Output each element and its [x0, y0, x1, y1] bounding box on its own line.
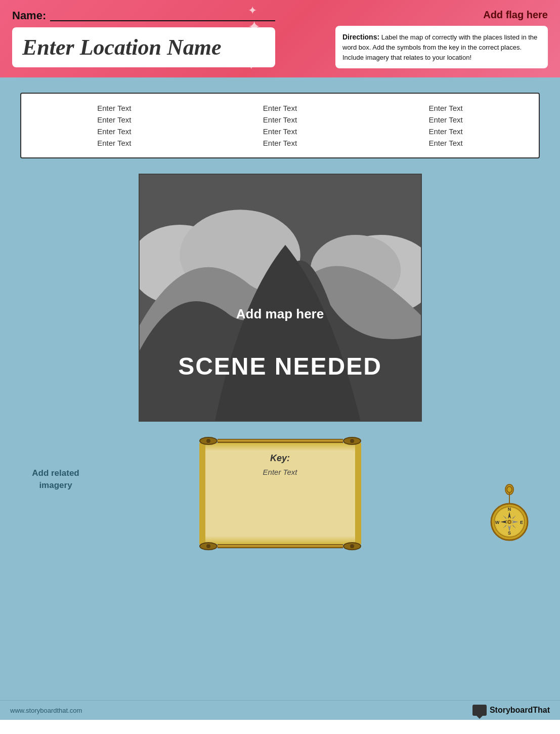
storyboardthat-logo: StoryboardThat [472, 705, 550, 716]
star-4: ✦ [248, 49, 261, 60]
word-item-1-2[interactable]: Enter Text [202, 127, 358, 136]
star-1: ✦ [248, 5, 261, 16]
add-map-label: Add map here [140, 306, 421, 322]
svg-text:E: E [520, 520, 523, 525]
footer-url: www.storyboardthat.com [10, 707, 82, 714]
name-row: Name: [12, 9, 275, 22]
compass-icon: N S E W [484, 482, 535, 543]
name-label: Name: [12, 9, 46, 22]
word-item-2-3[interactable]: Enter Text [368, 139, 524, 147]
sbt-icon [472, 705, 487, 716]
rod-line-bottom [218, 544, 343, 548]
add-imagery-label: Add related imagery [20, 467, 91, 492]
header-left: Name: Enter Location Name [12, 9, 275, 67]
map-container[interactable]: Add map here SCENE NEEDED [139, 174, 422, 422]
name-underline [50, 10, 275, 21]
flag-label: Add flag here [483, 9, 548, 20]
main-content: Enter Text Enter Text Enter Text Enter T… [0, 77, 560, 700]
footer: www.storyboardthat.com StoryboardThat [0, 700, 560, 720]
directions-title: Directions: [342, 33, 379, 41]
header: Name: Enter Location Name ✦ ✦ ✦ ✦ ✦ Add … [0, 0, 560, 77]
word-item-1-0[interactable]: Enter Text [202, 104, 358, 112]
word-item-0-1[interactable]: Enter Text [36, 115, 192, 124]
svg-point-23 [508, 521, 510, 523]
rod-line-top [218, 439, 343, 443]
key-text[interactable]: Enter Text [216, 468, 345, 476]
scene-needed-label: SCENE NEEDED [140, 352, 421, 380]
flag-area: Add flag here [483, 9, 548, 21]
bottom-section: Add related imagery Key: Enter Text [20, 437, 540, 550]
svg-text:W: W [495, 520, 500, 525]
word-item-1-3[interactable]: Enter Text [202, 139, 358, 147]
word-item-0-3[interactable]: Enter Text [36, 139, 192, 147]
location-name: Enter Location Name [22, 35, 222, 60]
stars-decoration: ✦ ✦ ✦ ✦ ✦ [248, 5, 261, 71]
svg-text:N: N [508, 507, 511, 512]
compass-wrapper: N S E W [484, 482, 540, 545]
star-3: ✦ [248, 37, 261, 46]
rod-knob-top-left [199, 437, 218, 445]
word-item-1-1[interactable]: Enter Text [202, 115, 358, 124]
key-title: Key: [216, 453, 345, 464]
star-5: ✦ [248, 63, 261, 71]
word-item-2-2[interactable]: Enter Text [368, 127, 524, 136]
star-2: ✦ [248, 19, 261, 34]
location-name-box[interactable]: Enter Location Name [12, 27, 275, 67]
scroll-bottom-rod [199, 542, 361, 550]
scroll-body: Key: Enter Text [199, 443, 361, 544]
word-item-0-0[interactable]: Enter Text [36, 104, 192, 112]
directions-box: Directions: Label the map of correctly w… [335, 26, 548, 68]
rod-knob-bottom-left [199, 542, 218, 550]
scroll-top-rod [199, 437, 361, 445]
sbt-brand: StoryboardThat [490, 706, 550, 715]
word-item-0-2[interactable]: Enter Text [36, 127, 192, 136]
map-text-area: Add map here SCENE NEEDED [140, 306, 421, 380]
word-box: Enter Text Enter Text Enter Text Enter T… [20, 93, 540, 158]
scroll-wrapper: Key: Enter Text [199, 437, 361, 550]
word-item-2-1[interactable]: Enter Text [368, 115, 524, 124]
rod-knob-bottom-right [343, 542, 361, 550]
word-item-2-0[interactable]: Enter Text [368, 104, 524, 112]
header-right: Add flag here Directions: Label the map … [285, 9, 548, 68]
rod-knob-top-right [343, 437, 361, 445]
